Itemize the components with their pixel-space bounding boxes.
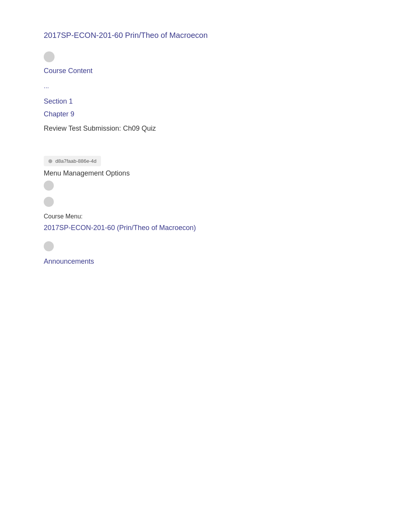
section-label[interactable]: Section 1 — [44, 97, 367, 106]
divider-section: d8a7faab-886e-4d Menu Management Options… — [44, 156, 367, 266]
id-badge: d8a7faab-886e-4d — [44, 156, 101, 166]
id-badge-dot — [48, 159, 52, 163]
announcements-link[interactable]: Announcements — [44, 257, 367, 266]
course-content-link[interactable]: Course Content — [44, 67, 367, 75]
id-badge-text: d8a7faab-886e-4d — [55, 158, 96, 164]
icon-circle-menu-2 — [44, 197, 54, 207]
page-container: 2017SP-ECON-201-60 Prin/Theo of Macroeco… — [0, 0, 411, 297]
menu-management-title: Menu Management Options — [44, 169, 367, 177]
course-title-link[interactable]: 2017SP-ECON-201-60 Prin/Theo of Macroeco… — [44, 31, 367, 40]
course-menu-link[interactable]: 2017SP-ECON-201-60 (Prin/Theo of Macroec… — [44, 224, 367, 232]
page-heading: Review Test Submission: Ch09 Quiz — [44, 124, 367, 133]
icon-circle-menu-1 — [44, 181, 54, 191]
chapter-label[interactable]: Chapter 9 — [44, 110, 367, 118]
icon-circle-announcements — [44, 241, 54, 251]
course-menu-label: Course Menu: — [44, 213, 367, 220]
icon-circle-top — [44, 51, 55, 62]
breadcrumb-dots: ... — [44, 83, 367, 90]
